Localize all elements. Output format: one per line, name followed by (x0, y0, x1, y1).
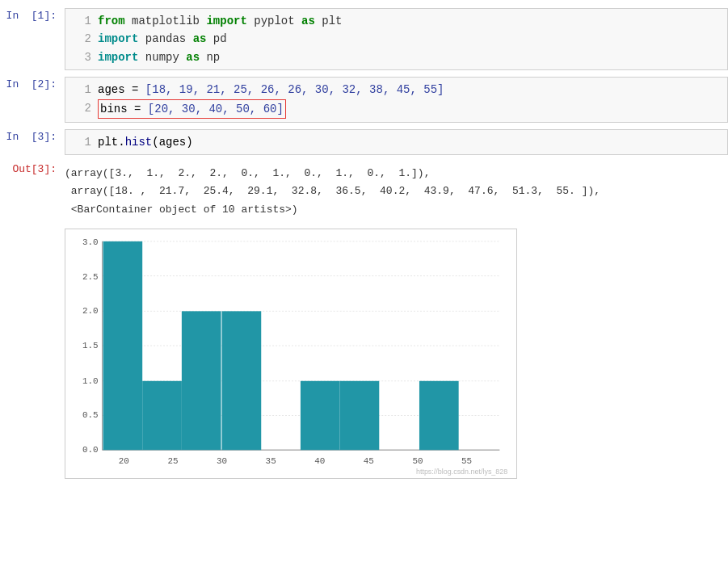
code-line: 1 ages = [18, 19, 21, 25, 26, 26, 30, 32… (72, 81, 721, 99)
cell-2-content[interactable]: 1 ages = [18, 19, 21, 25, 26, 26, 30, 32… (65, 77, 728, 123)
bar-3 (182, 311, 221, 450)
cell-3-content[interactable]: 1 plt.hist(ages) (65, 129, 728, 155)
svg-text:https://blog.csdn.net/lys_828: https://blog.csdn.net/lys_828 (416, 468, 507, 476)
code-line: 1 from matplotlib import pyplot as plt (72, 12, 721, 30)
cell-1: In [1]: 1 from matplotlib import pyplot … (0, 8, 728, 70)
svg-text:30: 30 (217, 456, 227, 466)
code-line: 2 bins = [20, 30, 40, 50, 60] (72, 99, 721, 119)
line-num: 1 (72, 81, 91, 99)
code-text: import pandas as pd (98, 30, 227, 48)
cell-1-label: In [1]: (0, 8, 65, 22)
code-text: from matplotlib import pyplot as plt (98, 12, 343, 30)
svg-text:0.0: 0.0 (82, 445, 99, 455)
cell-2-label: In [2]: (0, 77, 65, 90)
cell-1-content[interactable]: 1 from matplotlib import pyplot as plt 2… (65, 8, 728, 70)
svg-text:45: 45 (364, 456, 374, 466)
cell-out3-content: (array([3., 1., 2., 2., 0., 1., 0., 1., … (65, 162, 600, 221)
cell-3: In [3]: 1 plt.hist(ages) (0, 129, 728, 155)
svg-text:2.0: 2.0 (82, 306, 99, 316)
bar-2 (142, 380, 182, 449)
cell-2: In [2]: 1 ages = [18, 19, 21, 25, 26, 26… (0, 77, 728, 123)
notebook: In [1]: 1 from matplotlib import pyplot … (0, 0, 728, 579)
svg-text:3.0: 3.0 (82, 237, 99, 247)
line-num: 2 (72, 30, 91, 48)
svg-text:25: 25 (167, 456, 178, 466)
svg-text:40: 40 (314, 456, 325, 466)
line-num: 3 (72, 48, 91, 66)
code-text: plt.hist(ages) (98, 133, 193, 151)
svg-text:1.0: 1.0 (82, 376, 99, 385)
bar-1 (103, 241, 143, 450)
svg-text:20: 20 (119, 456, 129, 466)
chart-svg: 0.0 0.5 1.0 1.5 2.0 2.5 3.0 (65, 229, 516, 478)
line-num: 2 (72, 99, 91, 119)
code-line: 1 plt.hist(ages) (72, 133, 721, 151)
code-line: 2 import pandas as pd (72, 30, 721, 48)
out-text: (array([3., 1., 2., 2., 0., 1., 0., 1., … (65, 165, 600, 218)
bar-10 (419, 380, 459, 449)
bar-4 (222, 311, 262, 450)
cell-3-label: In [3]: (0, 129, 65, 143)
cell-out3-label: Out[3]: (0, 162, 65, 175)
bar-8 (340, 380, 380, 449)
code-text: ages = [18, 19, 21, 25, 26, 26, 30, 32, … (98, 81, 444, 99)
histogram-chart: 0.0 0.5 1.0 1.5 2.0 2.5 3.0 (65, 229, 517, 479)
cell-out3: Out[3]: (array([3., 1., 2., 2., 0., 1., … (0, 162, 728, 221)
line-num: 1 (72, 12, 91, 30)
line-num: 1 (72, 133, 91, 151)
svg-text:0.5: 0.5 (82, 410, 99, 420)
svg-text:2.5: 2.5 (82, 271, 99, 281)
svg-text:1.5: 1.5 (82, 341, 99, 350)
svg-text:55: 55 (461, 456, 472, 466)
code-line: 3 import numpy as np (72, 48, 721, 66)
svg-text:35: 35 (266, 456, 276, 466)
code-text: import numpy as np (98, 48, 220, 66)
bar-6 (301, 380, 340, 449)
svg-text:50: 50 (412, 456, 423, 466)
code-text: bins = [20, 30, 40, 50, 60] (98, 99, 286, 119)
